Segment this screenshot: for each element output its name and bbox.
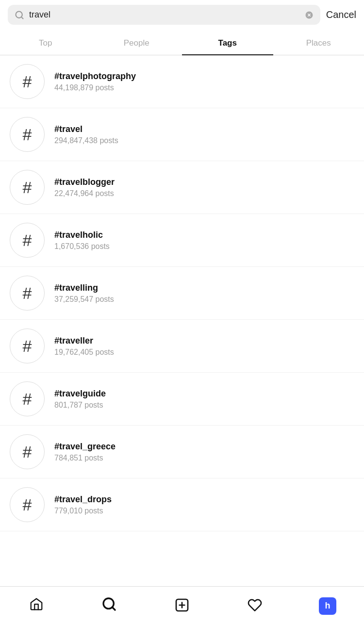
hash-icon: # [23, 338, 32, 354]
tag-info: #travelguide 801,787 posts [54, 389, 106, 410]
tag-icon-circle: # [10, 381, 45, 416]
tag-info: #traveller 19,762,405 posts [54, 336, 114, 357]
search-input[interactable] [29, 10, 300, 20]
tag-info: #travelholic 1,670,536 posts [54, 230, 110, 251]
cancel-button[interactable]: Cancel [326, 9, 356, 20]
hash-icon: # [23, 73, 32, 90]
hash-icon: # [23, 232, 32, 248]
tab-people[interactable]: People [91, 30, 182, 55]
tag-icon-circle: # [10, 329, 45, 363]
tag-count: 22,474,964 posts [54, 189, 115, 198]
tag-name: #travelphotography [54, 71, 136, 82]
tag-info: #travel_greece 784,851 posts [54, 442, 116, 462]
tab-top[interactable]: Top [0, 30, 91, 55]
tag-info: #travel_drops 779,010 posts [54, 494, 112, 515]
tag-count: 19,762,405 posts [54, 348, 114, 357]
tag-icon-circle: # [10, 487, 45, 522]
tag-count: 779,010 posts [54, 507, 112, 515]
tag-info: #travel 294,847,438 posts [54, 124, 118, 145]
tag-info: #travelblogger 22,474,964 posts [54, 177, 115, 198]
tag-icon-circle: # [10, 64, 45, 99]
bottom-nav: h [0, 586, 364, 625]
tag-name: #travelguide [54, 389, 106, 399]
heart-icon [248, 598, 262, 614]
tag-item[interactable]: # #travelholic 1,670,536 posts [0, 214, 364, 267]
tag-name: #travel [54, 124, 118, 134]
tag-icon-circle: # [10, 434, 45, 469]
tag-name: #travelholic [54, 230, 110, 240]
tag-item[interactable]: # #travelguide 801,787 posts [0, 373, 364, 426]
hash-icon: # [23, 285, 32, 301]
tag-info: #travelphotography 44,198,879 posts [54, 71, 136, 92]
tag-name: #traveller [54, 336, 114, 346]
hash-icon: # [23, 126, 32, 143]
tag-count: 784,851 posts [54, 454, 116, 462]
tab-tags[interactable]: Tags [182, 30, 273, 55]
tag-item[interactable]: # #travel 294,847,438 posts [0, 108, 364, 161]
hash-icon: # [23, 179, 32, 196]
svg-line-1 [21, 16, 23, 18]
tag-count: 1,670,536 posts [54, 242, 110, 251]
add-icon [174, 597, 190, 615]
tag-name: #travelling [54, 283, 114, 293]
search-input-wrapper [8, 5, 320, 25]
tag-item[interactable]: # #travel_drops 779,010 posts [0, 478, 364, 531]
hash-icon: # [23, 391, 32, 407]
svg-line-6 [112, 607, 115, 610]
hash-icon: # [23, 496, 32, 513]
tag-item[interactable]: # #travelphotography 44,198,879 posts [0, 55, 364, 108]
nav-home[interactable] [22, 592, 51, 621]
tag-icon-circle: # [10, 117, 45, 152]
tag-name: #travelblogger [54, 177, 115, 187]
hash-icon: # [23, 444, 32, 460]
tag-item[interactable]: # #travel_greece 784,851 posts [0, 426, 364, 478]
tag-count: 801,787 posts [54, 401, 106, 410]
tag-name: #travel_drops [54, 494, 112, 505]
nav-search[interactable] [95, 592, 124, 621]
tag-icon-circle: # [10, 170, 45, 205]
tag-info: #travelling 37,259,547 posts [54, 283, 114, 304]
tag-icon-circle: # [10, 223, 45, 258]
tag-count: 294,847,438 posts [54, 136, 118, 145]
tag-count: 44,198,879 posts [54, 83, 136, 92]
search-nav-icon [101, 596, 117, 615]
profile-icon: h [319, 597, 336, 615]
tab-places[interactable]: Places [273, 30, 364, 55]
nav-add[interactable] [167, 592, 197, 621]
nav-profile[interactable]: h [313, 592, 342, 621]
tag-icon-circle: # [10, 276, 45, 311]
tag-item[interactable]: # #travelling 37,259,547 posts [0, 267, 364, 320]
tag-name: #travel_greece [54, 442, 116, 452]
tabs: Top People Tags Places [0, 30, 364, 55]
home-icon [29, 597, 44, 615]
search-icon [15, 10, 24, 20]
tag-item[interactable]: # #traveller 19,762,405 posts [0, 320, 364, 373]
tag-item[interactable]: # #travelblogger 22,474,964 posts [0, 161, 364, 214]
tag-list: # #travelphotography 44,198,879 posts # … [0, 55, 364, 531]
nav-likes[interactable] [240, 592, 269, 621]
search-bar: Cancel [0, 0, 364, 30]
tag-count: 37,259,547 posts [54, 295, 114, 304]
clear-icon[interactable] [305, 11, 314, 19]
